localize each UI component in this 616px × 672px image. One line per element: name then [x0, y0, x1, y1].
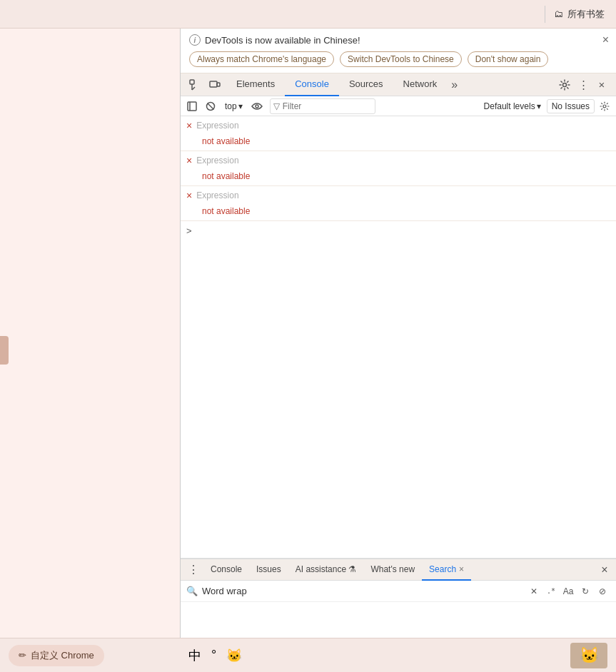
filter-input[interactable] [283, 101, 372, 111]
console-toolbar: top ▾ ▽ Default levels ▾ No Issues [181, 96, 616, 116]
expression-close-2[interactable]: × [186, 155, 192, 166]
svg-point-10 [256, 105, 258, 108]
expression-row-2: × Expression not available [181, 151, 616, 186]
svg-line-9 [208, 103, 213, 109]
expression-result-3: not available [181, 205, 616, 220]
thumbnail: 🐱 [570, 643, 607, 668]
tabs-more-button[interactable]: » [447, 78, 462, 91]
context-label: top [225, 101, 237, 111]
search-regex-button[interactable]: .* [543, 584, 559, 599]
expression-placeholder-1: Expression [196, 121, 238, 131]
filter-area: ▽ [270, 98, 375, 114]
notification-buttons: Always match Chrome's language Switch De… [189, 51, 607, 67]
drawer-tabs: ⋮ Console Issues AI assistance ⚗ What's … [181, 559, 616, 581]
console-prompt: > [186, 225, 192, 236]
notification-message: DevTools is now available in Chinese! [205, 35, 360, 46]
bookmarks-button[interactable]: 🗂 所有书签 [554, 8, 605, 21]
expression-placeholder-2: Expression [196, 156, 238, 166]
bookmarks-label: 所有书签 [567, 8, 605, 21]
level-arrow: ▾ [537, 101, 541, 111]
context-selector[interactable]: top ▾ [221, 100, 247, 113]
drawer-tab-whatsnew[interactable]: What's new [363, 559, 422, 581]
clear-console-button[interactable] [202, 98, 219, 115]
notification-bar: i DevTools is now available in Chinese! … [181, 29, 616, 73]
drawer-more-button[interactable]: ⋮ [183, 563, 203, 576]
match-language-button[interactable]: Always match Chrome's language [189, 51, 334, 67]
console-input[interactable] [196, 225, 610, 236]
devtools-more-button[interactable]: ⋮ [575, 76, 592, 93]
device-toolbar-icon[interactable] [206, 76, 223, 93]
expression-result-1: not available [181, 135, 616, 151]
drawer-tab-search-close[interactable]: × [459, 564, 464, 574]
svg-rect-0 [190, 80, 194, 84]
tab-network[interactable]: Network [393, 73, 448, 96]
expression-row-3: × Expression not available [181, 186, 616, 221]
devtools-tab-actions: ⋮ × [556, 76, 613, 93]
drawer-tab-console[interactable]: Console [203, 559, 249, 581]
svg-rect-6 [188, 102, 196, 111]
customize-chrome-button[interactable]: ✏ 自定义 Chrome [9, 645, 104, 666]
expression-close-1[interactable]: × [186, 120, 192, 131]
scroll-handle[interactable] [0, 336, 9, 365]
dont-show-button[interactable]: Don't show again [468, 51, 549, 67]
info-icon: i [189, 34, 201, 46]
expression-row-1: × Expression not available [181, 116, 616, 151]
emoji-chinese[interactable]: 中 [186, 646, 204, 666]
devtools-settings-button[interactable] [556, 76, 573, 93]
console-content: × Expression not available × Expression … [181, 116, 616, 558]
search-case-button[interactable]: Aa [560, 584, 576, 599]
customize-icon: ✏ [19, 650, 26, 661]
devtools-close-button[interactable]: × [593, 76, 610, 93]
expression-close-3[interactable]: × [186, 190, 192, 201]
notification-title: i DevTools is now available in Chinese! [189, 34, 607, 46]
tab-sources[interactable]: Sources [339, 73, 393, 96]
drawer-tab-issues[interactable]: Issues [249, 559, 288, 581]
sidebar-toggle-button[interactable] [183, 98, 201, 115]
devtools-tab-bar: Elements Console Sources Network » [181, 73, 616, 96]
svg-rect-3 [210, 81, 217, 87]
expression-result-2: not available [181, 170, 616, 185]
context-arrow: ▾ [238, 101, 243, 111]
devtools-tab-icons [183, 76, 226, 93]
element-selector-icon[interactable] [186, 76, 203, 93]
svg-point-11 [603, 105, 606, 108]
filter-icon: ▽ [273, 101, 280, 111]
live-expressions-button[interactable] [248, 98, 266, 115]
level-label: Default levels [484, 101, 535, 111]
search-bar: 🔍 ✕ .* Aa ↻ ⊘ [181, 581, 616, 602]
drawer-tab-ai[interactable]: AI assistance ⚗ [288, 559, 364, 581]
drawer-tab-search[interactable]: Search × [422, 559, 471, 581]
log-level-selector[interactable]: Default levels ▾ [480, 100, 545, 113]
search-input[interactable] [202, 586, 522, 596]
customize-label: 自定义 Chrome [31, 649, 94, 662]
search-refresh-button[interactable]: ↻ [577, 584, 593, 599]
svg-rect-4 [217, 83, 220, 86]
page-area [0, 29, 180, 672]
close-notification-button[interactable]: × [602, 34, 609, 46]
emoji-cat[interactable]: 🐱 [223, 646, 245, 665]
browser-top-bar: 🗂 所有书签 [0, 0, 616, 29]
drawer-close-button[interactable]: × [596, 561, 613, 579]
console-input-row: > [181, 221, 616, 240]
svg-point-5 [563, 83, 567, 86]
bookmarks-icon: 🗂 [554, 9, 563, 19]
devtools-panel: i DevTools is now available in Chinese! … [180, 29, 616, 672]
chrome-bottom-bar: ✏ 自定义 Chrome [0, 638, 180, 672]
no-issues-badge: No Issues [547, 99, 595, 113]
switch-devtools-button[interactable]: Switch DevTools to Chinese [340, 51, 462, 67]
tab-elements[interactable]: Elements [226, 73, 285, 96]
emoji-bar: 中 ° 🐱 🐱 [180, 638, 616, 672]
search-clear-button[interactable]: ✕ [526, 584, 542, 599]
search-cancel-button[interactable]: ⊘ [595, 584, 610, 599]
console-settings-button[interactable] [596, 98, 613, 115]
search-actions: ✕ .* Aa ↻ ⊘ [526, 584, 610, 599]
emoji-degree[interactable]: ° [208, 646, 219, 664]
devtools-tabs: Elements Console Sources Network » [226, 73, 462, 96]
expression-placeholder-3: Expression [196, 190, 238, 200]
tab-console[interactable]: Console [285, 73, 339, 96]
search-icon: 🔍 [186, 586, 198, 596]
